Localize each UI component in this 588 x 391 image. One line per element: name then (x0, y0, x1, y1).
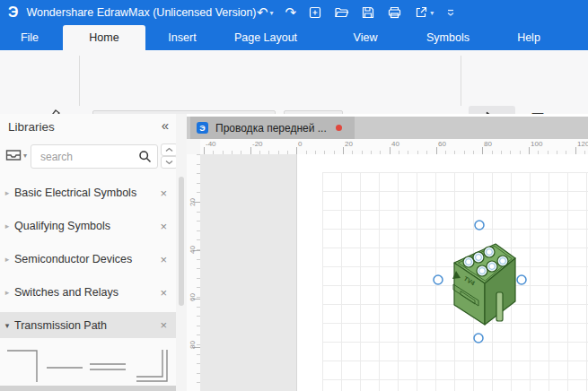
undo-caret-icon[interactable]: ▾ (270, 9, 274, 17)
expand-triangle-icon[interactable]: ▸ (0, 255, 14, 264)
menu-bar: File Home Insert Page Layout View Symbol… (0, 25, 588, 50)
close-icon[interactable]: × (160, 318, 167, 332)
menu-symbols[interactable]: Symbols (420, 25, 476, 50)
symbol-corner-path[interactable] (7, 351, 37, 382)
search-input[interactable] (39, 150, 138, 164)
title-bar: Э Wondershare EdrawMax (Unlicensed Versi… (0, 0, 588, 25)
close-icon[interactable]: × (160, 253, 167, 266)
ruler-corner (187, 139, 201, 155)
drawer-icon (5, 148, 22, 162)
edrawmax-window: Э Wondershare EdrawMax (Unlicensed Versi… (0, 0, 588, 391)
ribbon-toolbar: ✂ ▾ Arial ▾ 12 ▾ A+ A- ▾ (0, 50, 588, 115)
symbol-double-line[interactable] (90, 364, 126, 369)
library-manager-button[interactable]: ▾ (5, 148, 27, 162)
search-icon[interactable] (138, 150, 152, 163)
connection-point-right[interactable] (517, 275, 526, 284)
connection-point-left[interactable] (434, 275, 443, 284)
expand-triangle-icon[interactable]: ▸ (0, 188, 14, 197)
expand-triangle-icon[interactable]: ▸ (0, 288, 14, 297)
edrawmax-logo-icon: Э (8, 5, 18, 20)
save-icon[interactable] (361, 5, 375, 20)
library-item-qualifying-symbols[interactable]: ▸ Qualifying Symbols × (0, 213, 176, 239)
redo-icon[interactable]: ↷ (285, 4, 297, 21)
vertical-ruler: 20406080 (187, 154, 201, 391)
collapse-toolbar-icon[interactable] (445, 7, 456, 18)
terminal-block-shape[interactable]: TV4 (422, 215, 539, 350)
library-item-basic-electrical-symbols[interactable]: ▸ Basic Electrical Symbols × (0, 180, 176, 205)
scrollbar-thumb[interactable] (179, 177, 184, 306)
library-item-semiconductor-devices[interactable]: ▸ Semiconductor Devices × (0, 247, 176, 272)
export-caret-icon[interactable]: ▾ (430, 9, 434, 17)
menu-help[interactable]: Help (512, 25, 546, 50)
undo-icon[interactable]: ↶▾ (257, 4, 274, 21)
unsaved-indicator-dot (336, 125, 342, 131)
offpage-background (200, 154, 297, 391)
close-icon[interactable]: × (160, 187, 167, 200)
transmission-path-symbols (0, 339, 176, 384)
document-tab[interactable]: Э Проводка передней ... (190, 117, 355, 139)
shape-pin[interactable] (496, 292, 503, 321)
connection-point-bottom[interactable] (474, 334, 483, 343)
collapse-triangle-icon[interactable]: ▾ (0, 321, 14, 330)
panel-bottom-divider (0, 386, 176, 391)
close-icon[interactable]: × (160, 220, 167, 233)
menu-page-layout[interactable]: Page Layout (224, 25, 307, 50)
library-item-switches-and-relays[interactable]: ▸ Switches and Relays × (0, 280, 176, 305)
expand-triangle-icon[interactable]: ▸ (0, 222, 14, 230)
document-tab-strip: Э Проводка передней ... (187, 117, 588, 139)
menu-view[interactable]: View (347, 25, 384, 50)
menu-insert[interactable]: Insert (158, 25, 206, 50)
close-icon[interactable]: × (160, 286, 167, 300)
connection-point-top[interactable] (475, 221, 484, 230)
export-share-icon[interactable]: ▾ (414, 5, 434, 20)
print-icon[interactable] (387, 5, 402, 20)
drawing-canvas[interactable]: TV4 (200, 154, 588, 391)
document-tab-title: Проводка передней ... (215, 122, 327, 135)
menu-home[interactable]: Home (63, 25, 145, 50)
window-title: Wondershare EdrawMax (Unlicensed Version… (26, 6, 256, 19)
menu-file[interactable]: File (9, 25, 50, 50)
open-file-icon[interactable] (334, 5, 349, 20)
ribbon-divider (79, 56, 80, 106)
canvas-area: Э Проводка передней ... -40-200204060801… (187, 114, 588, 391)
horizontal-ruler: -40-20020406080100120 (200, 139, 588, 155)
library-item-transmission-path[interactable]: ▾ Transmission Path × (0, 312, 176, 338)
ribbon-divider (461, 56, 461, 106)
libraries-header: Libraries « (0, 114, 176, 141)
new-document-icon[interactable] (308, 5, 322, 20)
libraries-title: Libraries (8, 120, 55, 134)
libraries-panel: Libraries « ▾ ▸ Basic Electrical Symbols… (0, 114, 177, 391)
symbol-double-corner[interactable] (136, 350, 167, 381)
document-tab-icon: Э (197, 122, 208, 134)
library-manager-caret-icon[interactable]: ▾ (23, 152, 27, 160)
library-search-box[interactable] (31, 144, 158, 169)
collapse-panel-icon[interactable]: « (162, 117, 169, 133)
